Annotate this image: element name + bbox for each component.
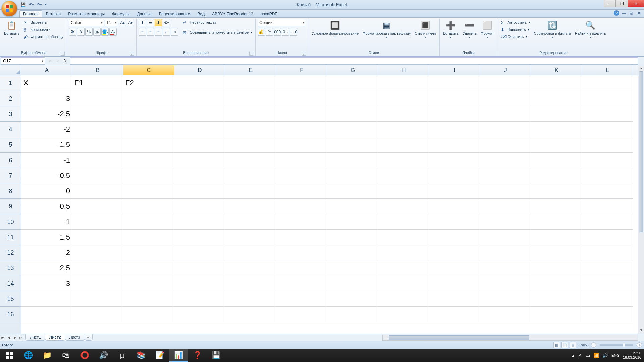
cell[interactable]: -1,5 [21,137,72,153]
column-header[interactable]: K [531,65,582,75]
cell[interactable] [174,75,225,91]
cell[interactable] [276,276,327,291]
font-name-combo[interactable]: Calibri▾ [69,19,104,26]
font-launcher-icon[interactable]: ⌐ [130,52,134,56]
cell[interactable] [429,168,480,183]
cell[interactable] [531,276,582,291]
cell[interactable] [327,307,378,322]
cell[interactable] [531,260,582,276]
cell[interactable] [378,276,429,291]
cell[interactable] [276,291,327,307]
row-header[interactable]: 1 [0,75,21,91]
cell[interactable] [480,91,531,106]
cell[interactable] [582,307,633,322]
cell[interactable] [72,199,123,214]
cell[interactable] [429,291,480,307]
tab-formulas[interactable]: Формулы [108,10,133,17]
cell[interactable] [480,245,531,260]
row-header[interactable]: 16 [0,307,21,322]
cell[interactable] [225,214,276,230]
cell[interactable]: -1 [21,153,72,168]
cell[interactable] [123,214,174,230]
row-header[interactable]: 10 [0,214,21,230]
horizontal-scrollbar[interactable] [382,335,638,341]
cell[interactable] [123,106,174,122]
cell[interactable]: F2 [123,75,174,91]
percent-button[interactable]: % [266,28,273,36]
close-button[interactable]: ✕ [628,0,644,7]
row-header[interactable]: 2 [0,91,21,106]
sheet-tab[interactable]: Лист2 [45,334,65,341]
cell[interactable] [378,214,429,230]
cell[interactable] [174,153,225,168]
office-button[interactable] [1,1,17,17]
tab-view[interactable]: Вид [194,10,208,17]
task-help-icon[interactable]: ❓ [188,349,207,362]
cell[interactable] [327,183,378,199]
column-header[interactable]: L [582,65,633,75]
cell[interactable] [276,307,327,322]
cell[interactable] [72,153,123,168]
cell[interactable] [327,214,378,230]
enter-formula-icon[interactable]: ✓ [54,59,61,63]
cell[interactable] [276,168,327,183]
view-page-break-button[interactable]: ⊞ [570,342,576,348]
cell[interactable] [531,183,582,199]
cell[interactable] [327,137,378,153]
format-painter-button[interactable]: 🖌Формат по образцу [22,33,65,40]
cell[interactable] [429,122,480,137]
align-left-button[interactable]: ≡ [139,28,146,36]
cell[interactable] [123,153,174,168]
delete-cells-button[interactable]: ➖Удалить▾ [461,19,478,50]
cell[interactable] [72,230,123,245]
align-right-button[interactable]: ≡ [155,28,162,36]
cell[interactable] [531,214,582,230]
number-launcher-icon[interactable]: ⌐ [302,52,306,56]
cell[interactable] [225,153,276,168]
cell[interactable] [429,214,480,230]
column-header[interactable]: D [174,65,225,75]
zoom-slider[interactable] [600,344,633,346]
cell[interactable]: 0 [21,183,72,199]
row-header[interactable]: 13 [0,260,21,276]
cell[interactable] [276,183,327,199]
copy-button[interactable]: ⎘Копировать [22,26,65,33]
column-header[interactable]: I [429,65,480,75]
cell[interactable] [327,276,378,291]
cell[interactable] [225,122,276,137]
row-header[interactable]: 11 [0,230,21,245]
cell[interactable] [378,75,429,91]
cell[interactable] [225,75,276,91]
cell[interactable] [225,168,276,183]
row-header[interactable]: 12 [0,245,21,260]
task-ie-icon[interactable]: 🌐 [19,349,38,362]
column-header[interactable]: G [327,65,378,75]
cell[interactable] [480,183,531,199]
cell[interactable] [123,230,174,245]
cell[interactable] [225,260,276,276]
cell[interactable] [225,106,276,122]
cell[interactable] [123,291,174,307]
cell[interactable] [531,245,582,260]
cell[interactable] [225,291,276,307]
scroll-down-icon[interactable]: ▼ [638,327,644,334]
sheet-prev-icon[interactable]: ◀ [6,334,12,341]
cell[interactable] [123,307,174,322]
cancel-formula-icon[interactable]: ✕ [47,59,54,63]
cell[interactable] [378,106,429,122]
cell[interactable] [174,260,225,276]
cell[interactable] [480,137,531,153]
cell[interactable] [276,260,327,276]
cell[interactable] [123,276,174,291]
cell[interactable] [225,230,276,245]
fill-button[interactable]: ⬇Заполнить▾ [499,26,531,33]
cell[interactable] [327,106,378,122]
tab-novapdf[interactable]: novaPDF [257,10,281,17]
cell[interactable] [327,122,378,137]
cell[interactable] [225,199,276,214]
cell[interactable] [582,260,633,276]
cell[interactable] [531,106,582,122]
cell[interactable] [480,199,531,214]
cell[interactable]: -0,5 [21,168,72,183]
cell[interactable] [531,307,582,322]
